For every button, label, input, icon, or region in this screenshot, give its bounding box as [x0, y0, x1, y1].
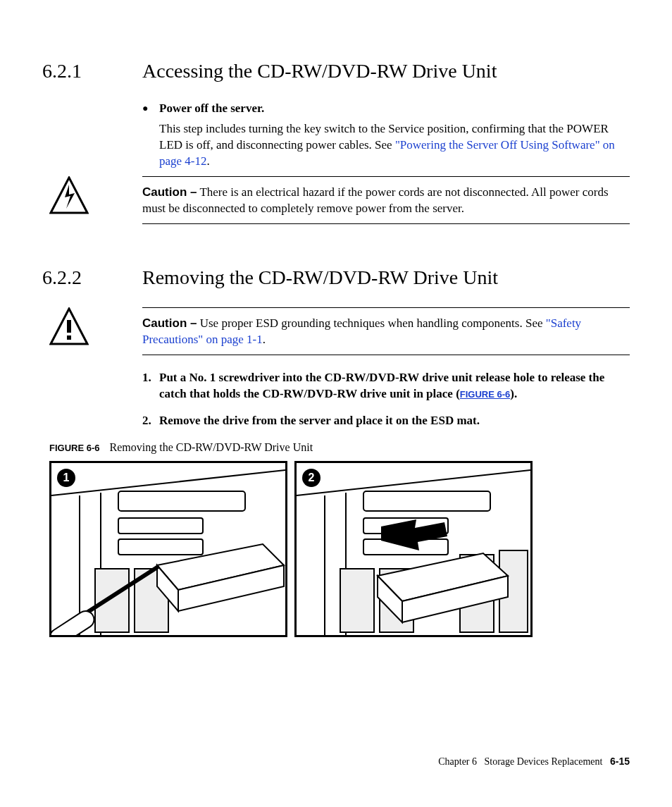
warning-icon: [49, 307, 89, 347]
step-text: Put a No. 1 screwdriver into the CD-RW/D…: [159, 369, 630, 402]
caution-label: Caution –: [142, 185, 197, 199]
section-title: Accessing the CD-RW/DVD-RW Drive Unit: [142, 60, 497, 82]
step-text-pre: Put a No. 1 screwdriver into the CD-RW/D…: [159, 371, 604, 400]
svg-rect-24: [340, 569, 374, 632]
section-heading-622: 6.2.2 Removing the CD-RW/DVD-RW Drive Un…: [42, 266, 630, 289]
section-number: 6.2.2: [42, 266, 142, 289]
section-title: Removing the CD-RW/DVD-RW Drive Unit: [142, 266, 498, 289]
figure-title: Removing the CD-RW/DVD-RW Drive Unit: [110, 441, 313, 453]
svg-rect-4: [67, 335, 71, 340]
caution-block-esd: Caution – Use proper ESD grounding techn…: [42, 307, 630, 355]
figure-label: FIGURE 6-6: [49, 443, 100, 453]
figure-panel-2: 2: [294, 461, 533, 637]
electrical-hazard-icon: [49, 176, 89, 216]
figure-ref-link[interactable]: FIGURE 6-6: [460, 389, 511, 400]
caution-text: Caution – Use proper ESD grounding techn…: [142, 307, 630, 355]
svg-rect-8: [118, 491, 245, 511]
svg-rect-3: [67, 320, 71, 333]
bullet-item: ● Power off the server.: [142, 101, 630, 116]
body-text-post: .: [207, 154, 210, 168]
illustration-insert-screwdriver: [51, 463, 285, 635]
figure-caption: FIGURE 6-6Removing the CD-RW/DVD-RW Driv…: [49, 441, 630, 454]
step-badge-1: 1: [57, 469, 75, 487]
illustration-remove-drive: [297, 463, 530, 635]
caution-label: Caution –: [142, 316, 197, 330]
svg-rect-10: [118, 539, 203, 555]
figure-panel-1: 1: [49, 461, 287, 637]
caution-text: Caution – There is an electrical hazard …: [142, 176, 630, 224]
svg-rect-9: [118, 518, 203, 534]
page-footer: Chapter 6 Storage Devices Replacement 6-…: [438, 756, 630, 768]
figure-6-6: 1: [49, 461, 630, 637]
caution-block-electrical: Caution – There is an electrical hazard …: [42, 176, 630, 224]
bullet-body: This step includes turning the key switc…: [159, 121, 630, 169]
svg-marker-31: [381, 519, 447, 550]
section-heading-621: 6.2.1 Accessing the CD-RW/DVD-RW Drive U…: [42, 60, 630, 82]
bullet-icon: ●: [142, 101, 159, 116]
step-number: 2.: [142, 412, 159, 429]
footer-title: Storage Devices Replacement: [485, 756, 603, 767]
svg-rect-17: [51, 608, 97, 635]
step-number: 1.: [142, 369, 159, 402]
step-text-post: ).: [510, 387, 517, 400]
footer-chapter: Chapter 6: [438, 756, 477, 767]
step-1: 1. Put a No. 1 screwdriver into the CD-R…: [142, 369, 630, 402]
caution-body-pre: Use proper ESD grounding techniques when…: [197, 316, 545, 330]
section-number: 6.2.1: [42, 60, 142, 82]
caution-body-post: .: [263, 333, 266, 346]
svg-rect-21: [363, 491, 490, 511]
caution-body: There is an electrical hazard if the pow…: [142, 185, 609, 215]
step-2: 2. Remove the drive from the server and …: [142, 412, 630, 429]
svg-rect-11: [95, 569, 129, 632]
step-text: Remove the drive from the server and pla…: [159, 412, 480, 429]
step-badge-2: 2: [302, 469, 321, 487]
svg-marker-1: [65, 185, 75, 209]
footer-page-number: 6-15: [610, 756, 630, 767]
bullet-label: Power off the server.: [159, 101, 264, 116]
